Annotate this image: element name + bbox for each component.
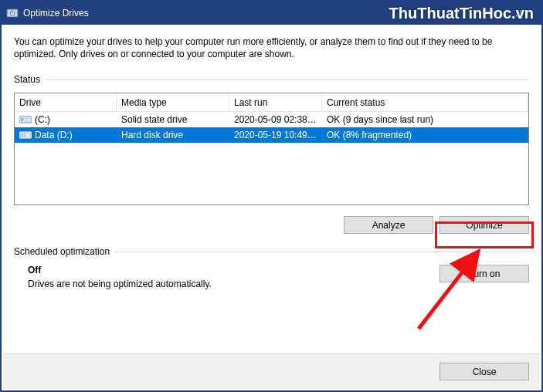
optimize-button[interactable]: Optimize xyxy=(439,216,529,234)
titlebar: Optimize Drives xyxy=(2,2,541,25)
divider xyxy=(114,252,529,252)
ssd-drive-icon xyxy=(19,115,32,124)
defrag-app-icon xyxy=(6,7,19,19)
close-window-button[interactable] xyxy=(501,2,537,25)
media-type: Solid state drive xyxy=(117,113,229,127)
col-header-current-status[interactable]: Current status xyxy=(322,93,528,111)
close-button[interactable]: Close xyxy=(439,363,529,380)
table-row[interactable]: (C:) Solid state drive 2020-05-09 02:38 … xyxy=(15,112,528,127)
divider xyxy=(45,79,529,80)
hdd-drive-icon xyxy=(19,130,32,140)
schedule-description: Drives are not being optimized automatic… xyxy=(28,279,439,289)
drives-table: Drive Media type Last run Current status… xyxy=(14,93,529,205)
last-run: 2020-05-19 10:49 S... xyxy=(229,128,322,142)
svg-rect-4 xyxy=(21,118,23,121)
scheduled-label-text: Scheduled optimization xyxy=(14,246,110,257)
media-type: Hard disk drive xyxy=(117,128,229,142)
col-header-last-run[interactable]: Last run xyxy=(229,93,322,111)
table-row[interactable]: Data (D:) Hard disk drive 2020-05-19 10:… xyxy=(15,127,528,143)
turn-on-button[interactable]: Turn on xyxy=(439,265,529,282)
scheduled-section-label: Scheduled optimization xyxy=(14,246,529,257)
svg-point-6 xyxy=(26,133,30,137)
status-section-label: Status xyxy=(14,74,529,85)
current-status: OK (8% fragmented) xyxy=(322,128,528,142)
svg-point-2 xyxy=(12,12,13,14)
dialog-footer: Close xyxy=(3,353,540,389)
table-header: Drive Media type Last run Current status xyxy=(15,93,528,112)
svg-rect-5 xyxy=(19,132,32,138)
schedule-state: Off xyxy=(28,265,439,275)
current-status: OK (9 days since last run) xyxy=(322,113,528,127)
analyze-button[interactable]: Analyze xyxy=(344,216,433,234)
drive-name: (C:) xyxy=(35,114,50,125)
window-title: Optimize Drives xyxy=(23,8,89,19)
col-header-media[interactable]: Media type xyxy=(117,93,229,111)
drive-name: Data (D:) xyxy=(35,130,73,140)
status-label-text: Status xyxy=(14,74,40,85)
last-run: 2020-05-09 02:38 C... xyxy=(229,113,322,127)
col-header-drive[interactable]: Drive xyxy=(15,93,117,111)
description-text: You can optimize your drives to help you… xyxy=(14,35,529,60)
